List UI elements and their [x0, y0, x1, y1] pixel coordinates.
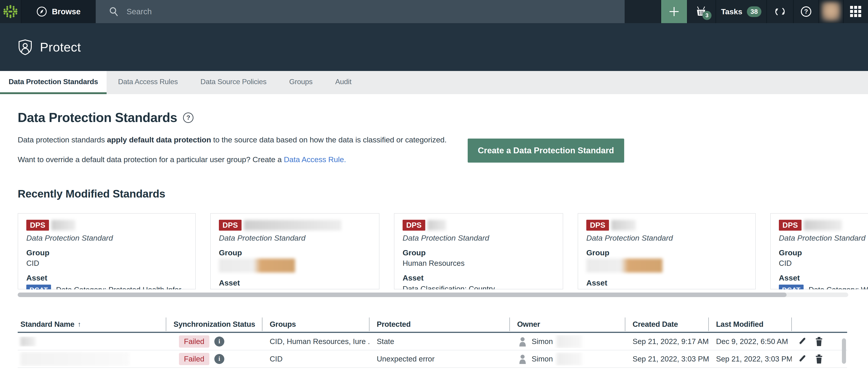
group-value-redacted [586, 258, 662, 273]
override-text: Want to override a default data protecti… [18, 155, 868, 164]
tab-data-access-rules[interactable]: Data Access Rules [106, 71, 189, 94]
group-value: CID [26, 259, 187, 268]
main-content: Data Protection Standards? Data protecti… [0, 94, 868, 368]
create-asset-button[interactable] [661, 0, 687, 23]
asset-label: Asset [779, 274, 868, 282]
edit-icon[interactable] [797, 337, 807, 346]
last-modified-cell: Dec 9, 2022, 6:50 AM [709, 337, 792, 346]
column-header-last-modified[interactable]: Last Modified [709, 317, 792, 331]
intro-suffix: to the source data based on how the data… [211, 135, 447, 144]
table-header-row: Standard Name ↑ Synchronization Status G… [18, 316, 847, 333]
intro-bold: apply default data protection [107, 135, 211, 144]
owner-name: Simon [532, 355, 553, 363]
column-header-created-date[interactable]: Created Date [625, 317, 709, 331]
edit-icon[interactable] [797, 354, 807, 364]
column-header-standard-name[interactable]: Standard Name ↑ [18, 317, 166, 331]
tab-groups[interactable]: Groups [278, 71, 324, 94]
standard-card[interactable]: DPS Data Protection Standard Group Asset… [210, 213, 379, 289]
sync-status-cell: Failed i [166, 353, 262, 365]
column-header-sync-status[interactable]: Synchronization Status [166, 317, 262, 331]
owner-surname-redacted [557, 335, 582, 348]
asset-type-label: Data Protection Standard [779, 234, 868, 242]
asset-value: Data Category: Wou [809, 285, 868, 289]
asset-type-label: Data Protection Standard [26, 234, 187, 242]
carousel-scrollbar-track[interactable] [18, 292, 848, 297]
create-standard-button[interactable]: Create a Data Protection Standard [468, 138, 624, 163]
group-label: Group [779, 248, 868, 257]
table-scrollbar-thumb[interactable] [842, 338, 846, 364]
sort-ascending-icon[interactable]: ↑ [78, 320, 81, 328]
apps-grid-icon [849, 5, 862, 18]
protect-shield-icon [18, 39, 32, 55]
intro-text: Data protection standards apply default … [18, 135, 868, 144]
table-row[interactable]: Failed i CID, Human Resources, Iure ... … [18, 333, 847, 350]
global-search[interactable] [96, 0, 625, 23]
apps-grid-button[interactable] [843, 0, 868, 23]
dps-badge: DPS [586, 220, 609, 230]
collibra-logo-icon [3, 4, 18, 19]
column-header-groups[interactable]: Groups [262, 317, 369, 331]
protected-cell: State [369, 337, 510, 346]
tab-data-source-policies[interactable]: Data Source Policies [189, 71, 278, 94]
search-input[interactable] [127, 7, 558, 16]
standard-card[interactable]: DPS Data Protection Standard Group CID A… [18, 213, 196, 289]
status-badge: Failed [179, 353, 209, 365]
standard-name-cell [18, 352, 166, 366]
created-date-cell: Sep 21, 2022, 3:03 PM [625, 355, 709, 363]
page-help-icon[interactable]: ? [183, 113, 193, 123]
standard-card[interactable]: DPS Data Protection Standard Group Human… [394, 213, 563, 289]
override-prefix: Want to override a default data protecti… [18, 155, 284, 164]
help-icon: ? [800, 6, 812, 18]
tasks-button[interactable]: Tasks 38 [716, 0, 766, 23]
checkout-basket-button[interactable]: 3 [687, 0, 716, 23]
column-header-protected[interactable]: Protected [369, 317, 510, 331]
owner-cell: Simon [510, 335, 625, 348]
standards-table: Standard Name ↑ Synchronization Status G… [18, 316, 847, 368]
table-row[interactable]: Failed i CID Unexpected error Simon Sep … [18, 350, 847, 368]
dcat-badge: DCAT [26, 285, 51, 289]
owner-name: Simon [532, 337, 553, 346]
group-value-redacted [219, 258, 295, 273]
column-header-actions [792, 317, 847, 331]
dps-badge: DPS [26, 220, 49, 230]
carousel-scrollbar-thumb[interactable] [18, 292, 786, 297]
dps-badge: DPS [403, 220, 425, 230]
standard-card[interactable]: DPS Data Protection Standard Group Asset… [578, 213, 756, 289]
tab-data-protection-standards[interactable]: Data Protection Standards [0, 71, 106, 94]
top-navigation-bar: Browse 3 Tasks 3 [0, 0, 868, 23]
group-label: Group [26, 248, 187, 257]
owner-avatar-icon [517, 336, 528, 347]
info-icon[interactable]: i [214, 337, 224, 346]
protected-cell: Unexpected error [369, 355, 510, 363]
delete-icon[interactable] [814, 337, 824, 346]
sync-status-cell: Failed i [166, 335, 262, 348]
actions-cell [792, 337, 847, 346]
standard-name-cell [18, 337, 166, 346]
recent-standards-carousel: DPS Data Protection Standard Group CID A… [18, 213, 868, 289]
groups-cell: CID [262, 355, 369, 363]
tab-audit[interactable]: Audit [324, 71, 363, 94]
browse-button[interactable]: Browse [21, 0, 96, 23]
standard-card[interactable]: DPS Data Protection Standard Group CID A… [770, 213, 868, 289]
recently-modified-title: Recently Modified Standards [18, 188, 868, 200]
svg-text:?: ? [804, 8, 808, 15]
refresh-button[interactable] [766, 0, 793, 23]
asset-value: Data Classification: Country [403, 285, 495, 289]
user-avatar[interactable] [818, 0, 843, 23]
dps-badge: DPS [779, 220, 802, 230]
help-button[interactable]: ? [793, 0, 818, 23]
standard-name-redacted [428, 220, 446, 230]
column-header-owner[interactable]: Owner [510, 317, 625, 331]
delete-icon[interactable] [814, 354, 824, 364]
info-icon[interactable]: i [214, 354, 224, 364]
group-label: Group [403, 248, 555, 257]
nav-spacer [625, 0, 661, 23]
asset-type-label: Data Protection Standard [586, 234, 747, 242]
created-date-cell: Sep 21, 2022, 9:17 AM [625, 337, 709, 346]
data-access-rule-link[interactable]: Data Access Rule. [284, 155, 346, 164]
app-logo[interactable] [0, 0, 21, 23]
standard-name-redacted [21, 337, 35, 346]
group-label: Group [219, 248, 371, 257]
basket-count-badge: 3 [703, 11, 712, 20]
asset-type-label: Data Protection Standard [219, 234, 371, 242]
